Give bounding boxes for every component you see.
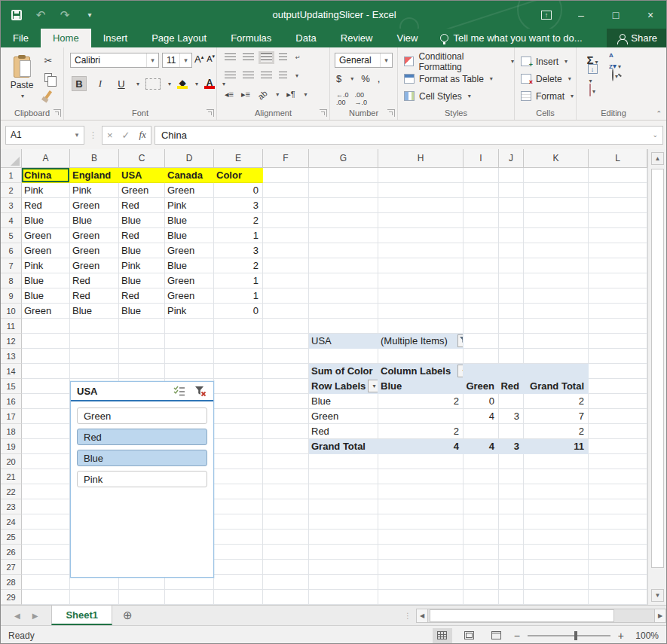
percent-icon[interactable]: % — [361, 73, 370, 84]
font-size-combo[interactable]: 11▾ — [162, 53, 192, 68]
cell-F23[interactable] — [263, 499, 309, 514]
cell-K6[interactable] — [524, 243, 589, 258]
cell-I1[interactable] — [464, 168, 499, 183]
cell-H21[interactable] — [378, 469, 464, 484]
cell-C11[interactable] — [119, 319, 165, 334]
cell-J5[interactable] — [499, 228, 524, 243]
slicer-item-blue[interactable]: Blue — [77, 450, 207, 466]
cell-L29[interactable] — [589, 590, 647, 605]
cell-A4[interactable]: Blue — [22, 213, 70, 228]
cell-D5[interactable]: Blue — [165, 228, 214, 243]
row-header-22[interactable]: 22 — [1, 484, 22, 499]
find-select-button[interactable]: ▾ — [612, 69, 618, 81]
cell-H15[interactable]: Blue — [378, 379, 464, 394]
cell-K8[interactable] — [524, 273, 589, 288]
cell-H7[interactable] — [378, 258, 464, 273]
row-header-14[interactable]: 14 — [1, 364, 22, 379]
cell-E23[interactable] — [214, 499, 263, 514]
zoom-out-icon[interactable]: − — [514, 630, 520, 642]
clear-filter-icon[interactable] — [194, 385, 207, 397]
wrap-text-icon[interactable] — [279, 53, 287, 62]
cell-A19[interactable] — [22, 439, 70, 454]
cell-J12[interactable] — [499, 334, 524, 349]
cell-C5[interactable]: Red — [119, 228, 165, 243]
cell-A20[interactable] — [22, 454, 70, 469]
cell-B11[interactable] — [70, 319, 119, 334]
align-bottom-icon[interactable] — [261, 53, 272, 62]
row-header-28[interactable]: 28 — [1, 575, 22, 590]
cell-I29[interactable] — [464, 590, 499, 605]
scroll-down-icon[interactable]: ▼ — [651, 589, 664, 602]
cell-K13[interactable] — [524, 349, 589, 364]
slicer-usa[interactable]: USA GreenRedBluePink — [70, 381, 214, 578]
underline-dropdown-icon[interactable]: ▾ — [136, 81, 139, 87]
row-header-11[interactable]: 11 — [1, 319, 22, 334]
decrease-decimal-icon[interactable]: .00→.0 — [355, 91, 368, 106]
cell-A8[interactable]: Blue — [22, 273, 70, 288]
cell-C12[interactable] — [119, 334, 165, 349]
row-header-1[interactable]: 1 — [1, 168, 22, 183]
cell-H16[interactable]: 2 — [378, 394, 464, 409]
cell-G17[interactable]: Green — [309, 409, 378, 424]
cell-F20[interactable] — [263, 454, 309, 469]
cell-A11[interactable] — [22, 319, 70, 334]
cell-I3[interactable] — [464, 198, 499, 213]
sheet-nav-right-icon[interactable]: ▶ — [32, 612, 38, 620]
cell-L19[interactable] — [589, 439, 647, 454]
cell-H27[interactable] — [378, 560, 464, 575]
enter-icon[interactable]: ✓ — [122, 130, 130, 141]
cell-I13[interactable] — [464, 349, 499, 364]
cell-H28[interactable] — [378, 575, 464, 590]
cell-F13[interactable] — [263, 349, 309, 364]
increase-decimal-icon[interactable]: ←.0.00 — [336, 91, 349, 106]
format-as-table-button[interactable]: Format as Table▾ — [404, 71, 514, 87]
cell-A5[interactable]: Green — [22, 228, 70, 243]
cell-H22[interactable] — [378, 484, 464, 499]
fill-color-icon[interactable]: ◆ — [177, 78, 188, 89]
cell-E28[interactable] — [214, 575, 263, 590]
cell-K15[interactable]: Grand Total — [524, 379, 589, 394]
formula-input[interactable]: China ⌄ — [155, 126, 663, 145]
cell-F25[interactable] — [263, 530, 309, 545]
cell-C9[interactable]: Red — [119, 288, 165, 304]
cell-J24[interactable] — [499, 514, 524, 530]
cell-K11[interactable] — [524, 319, 589, 334]
vertical-scroll-thumb[interactable] — [651, 169, 664, 568]
cell-G27[interactable] — [309, 560, 378, 575]
number-format-combo[interactable]: General▾ — [335, 53, 393, 68]
cell-J28[interactable] — [499, 575, 524, 590]
cell-K25[interactable] — [524, 530, 589, 545]
cell-H10[interactable] — [378, 304, 464, 319]
column-header-D[interactable]: D — [165, 149, 214, 168]
sheet-tab-sheet1[interactable]: Sheet1 — [51, 606, 112, 625]
format-cells-button[interactable]: Format▾ — [521, 88, 574, 104]
tab-page-layout[interactable]: Page Layout — [139, 29, 219, 47]
merge-dropdown-icon[interactable]: ▾ — [295, 72, 298, 79]
cell-G16[interactable]: Blue — [309, 394, 378, 409]
cell-B3[interactable]: Green — [70, 198, 119, 213]
comma-icon[interactable]: , — [378, 73, 381, 84]
page-break-view-icon[interactable] — [487, 628, 506, 643]
zoom-in-icon[interactable]: + — [618, 630, 624, 642]
cell-H23[interactable] — [378, 499, 464, 514]
merge-center-icon[interactable] — [279, 72, 287, 80]
cell-J6[interactable] — [499, 243, 524, 258]
cell-H12[interactable]: (Multiple Items) — [378, 334, 464, 349]
cell-A6[interactable]: Green — [22, 243, 70, 258]
cell-D8[interactable]: Green — [165, 273, 214, 288]
formula-bar-splitter[interactable]: ⋮ — [87, 130, 99, 140]
cell-E4[interactable]: 2 — [214, 213, 263, 228]
cell-F6[interactable] — [263, 243, 309, 258]
cell-L3[interactable] — [589, 198, 647, 213]
cell-I19[interactable]: 4 — [464, 439, 499, 454]
column-header-J[interactable]: J — [499, 149, 524, 168]
cell-J29[interactable] — [499, 590, 524, 605]
column-header-I[interactable]: I — [464, 149, 499, 168]
cell-L25[interactable] — [589, 530, 647, 545]
cell-L9[interactable] — [589, 288, 647, 304]
decrease-indent-icon[interactable]: ◂≡ — [225, 90, 234, 99]
cell-E13[interactable] — [214, 349, 263, 364]
row-header-23[interactable]: 23 — [1, 499, 22, 514]
cell-I26[interactable] — [464, 545, 499, 560]
paste-button[interactable]: Paste ▾ — [5, 50, 38, 99]
